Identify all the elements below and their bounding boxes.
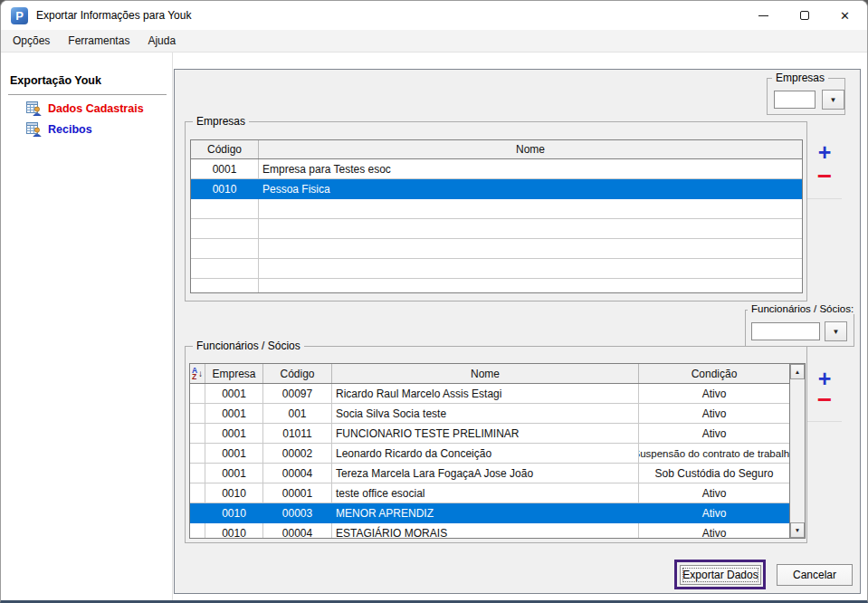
cell-condicao: Ativo xyxy=(639,404,789,423)
cell-codigo: 00097 xyxy=(263,384,332,403)
maximize-button[interactable] xyxy=(784,1,825,30)
sidebar-item-recibos[interactable]: Recibos xyxy=(26,122,92,137)
cell-empresa: 0010 xyxy=(205,483,263,502)
cell-condicao: Ativo xyxy=(639,503,789,522)
empresas-selector-group: Empresas ▼ xyxy=(767,78,845,115)
cell-condicao: Ativo xyxy=(639,384,789,403)
column-header-codigo[interactable]: Código xyxy=(263,364,332,383)
close-button[interactable]: ✕ xyxy=(825,1,865,30)
funcionarios-table: AZ ↓ Empresa Código Nome Condição 0001 0… xyxy=(189,363,806,539)
cell-nome: Socia Silva Socia teste xyxy=(332,404,639,423)
cell-nome: Leonardo Ricardo da Conceição xyxy=(332,444,639,463)
sort-az-icon: AZ ↓ xyxy=(192,368,203,380)
cell-empresa: 0001 xyxy=(205,464,263,483)
funcionarios-selector-input[interactable] xyxy=(751,322,820,340)
cell-nome: teste office esocial xyxy=(332,483,639,502)
funcionarios-groupbox: Funcionários / Sócios AZ ↓ Empresa Códig… xyxy=(185,346,807,543)
main-panel: Empresas ▼ Empresas Código Nome 0001 Emp… xyxy=(174,69,861,594)
funcionario-row[interactable]: 0001 00004 Tereza Marcela Lara FogaçaA J… xyxy=(190,464,789,483)
column-header-nome[interactable]: Nome xyxy=(332,364,639,383)
cell-codigo: 00003 xyxy=(263,503,332,522)
cell-empresa: 0010 xyxy=(205,503,263,522)
cell-nome: MENOR APRENDIZ xyxy=(332,503,639,522)
cell-nome: ESTAGIÁRIO MORAIS xyxy=(332,523,639,539)
column-header-codigo[interactable]: Código xyxy=(191,140,259,158)
menu-item-opcoes[interactable]: Opções xyxy=(4,30,59,52)
cell-condicao: Ativo xyxy=(639,523,789,539)
empresas-selector-input[interactable] xyxy=(774,91,816,109)
empresas-selector-dropdown-button[interactable]: ▼ xyxy=(822,90,844,110)
funcionario-row[interactable]: 0010 00004 ESTAGIÁRIO MORAIS Ativo xyxy=(190,523,789,539)
sidebar-item-label: Dados Cadastrais xyxy=(48,102,144,115)
funcionario-row[interactable]: 0001 00002 Leonardo Ricardo da Conceição… xyxy=(190,444,789,464)
vertical-scrollbar[interactable]: ▲ ▼ xyxy=(789,364,805,538)
cell-condicao: Sob Custódia do Seguro xyxy=(639,464,789,483)
funcionarios-selector-group: Funcionários / Sócios: ▼ xyxy=(745,310,854,347)
empresa-row-empty[interactable] xyxy=(191,199,802,219)
export-button[interactable]: Exportar Dados xyxy=(680,565,761,585)
cell-empresa: 0010 xyxy=(205,523,263,539)
funcionario-row-selected[interactable]: 0010 00003 MENOR APRENDIZ Ativo xyxy=(190,503,789,523)
cell-codigo: 0001 xyxy=(191,159,259,178)
application-window: P Exportar Informações para Youk ✕ Opçõe… xyxy=(0,0,868,603)
sidebar: Exportação Youk Dados Cadastrais xyxy=(1,53,173,600)
empresas-groupbox: Empresas Código Nome 0001 Empresa para T… xyxy=(185,121,807,302)
add-empresa-button[interactable]: + xyxy=(814,141,835,163)
empresa-row-empty[interactable] xyxy=(191,259,802,279)
column-header-condicao[interactable]: Condição xyxy=(639,364,789,383)
cancel-button[interactable]: Cancelar xyxy=(777,564,853,586)
cell-codigo: 00004 xyxy=(263,464,332,483)
window-title: Exportar Informações para Youk xyxy=(36,9,191,22)
scroll-down-icon: ▼ xyxy=(795,527,800,533)
empresa-row-empty[interactable] xyxy=(191,239,802,259)
funcionario-row[interactable]: 0010 00001 teste office esocial Ativo xyxy=(190,483,789,503)
scroll-up-icon: ▲ xyxy=(795,368,800,375)
cell-nome: FUNCIONARIO TESTE PRELIMINAR xyxy=(332,424,639,443)
empresas-selector-label: Empresas xyxy=(772,72,828,84)
sidebar-item-label: Recibos xyxy=(48,123,92,136)
sidebar-heading: Exportação Youk xyxy=(10,74,101,87)
cell-codigo: 01011 xyxy=(263,424,332,443)
cell-condicao: Suspensão do contrato de trabalho xyxy=(639,444,789,463)
chevron-down-icon: ▼ xyxy=(830,96,837,104)
cell-codigo: 00002 xyxy=(263,444,332,463)
remove-funcionario-button[interactable]: − xyxy=(814,389,835,411)
remove-empresa-button[interactable]: − xyxy=(814,166,835,187)
funcionario-row[interactable]: 0001 01011 FUNCIONARIO TESTE PRELIMINAR … xyxy=(190,424,789,444)
funcionarios-selector-dropdown-button[interactable]: ▼ xyxy=(825,321,847,341)
menu-item-ferramentas[interactable]: Ferramentas xyxy=(59,30,138,52)
sort-header-cell[interactable]: AZ ↓ xyxy=(190,364,205,383)
funcionarios-selector-label: Funcionários / Sócios: xyxy=(748,303,857,314)
funcionario-row[interactable]: 0001 001 Socia Silva Socia teste Ativo xyxy=(190,404,789,424)
menu-item-ajuda[interactable]: Ajuda xyxy=(138,30,185,52)
empresa-row-selected[interactable]: 0010 Pessoa Fisica xyxy=(191,179,802,199)
minimize-button[interactable] xyxy=(743,1,784,30)
sidebar-item-dados-cadastrais[interactable]: Dados Cadastrais xyxy=(26,101,144,116)
cell-codigo: 00004 xyxy=(263,523,332,539)
cell-codigo: 00001 xyxy=(263,483,332,502)
cell-empresa: 0001 xyxy=(205,384,263,403)
cell-codigo: 0010 xyxy=(191,179,259,198)
empresa-row-empty[interactable] xyxy=(191,279,802,293)
empresa-row-empty[interactable] xyxy=(191,219,802,239)
cell-empresa: 0001 xyxy=(205,424,263,443)
empresa-row[interactable]: 0001 Empresa para Testes esoc xyxy=(191,159,802,179)
cell-condicao: Ativo xyxy=(639,483,789,502)
empresas-group-label: Empresas xyxy=(193,115,249,128)
funcionarios-group-label: Funcionários / Sócios xyxy=(193,340,304,352)
menubar: Opções Ferramentas Ajuda xyxy=(1,30,867,53)
column-header-nome[interactable]: Nome xyxy=(259,140,802,158)
toolbar-divider xyxy=(807,421,842,422)
cell-codigo: 001 xyxy=(263,404,332,423)
scroll-down-button[interactable]: ▼ xyxy=(790,522,805,538)
scroll-up-button[interactable]: ▲ xyxy=(790,364,805,379)
cell-empresa: 0001 xyxy=(205,404,263,423)
minimize-icon xyxy=(758,15,768,16)
cell-nome: Ricardo Raul Marcelo Assis Estagi xyxy=(332,384,639,403)
cell-nome: Tereza Marcela Lara FogaçaA Jose João xyxy=(332,464,639,483)
empresas-table-header: Código Nome xyxy=(191,140,802,159)
cell-condicao: Ativo xyxy=(639,424,789,443)
employee-grid-icon xyxy=(26,101,42,116)
funcionario-row[interactable]: 0001 00097 Ricardo Raul Marcelo Assis Es… xyxy=(190,384,789,404)
column-header-empresa[interactable]: Empresa xyxy=(205,364,263,383)
